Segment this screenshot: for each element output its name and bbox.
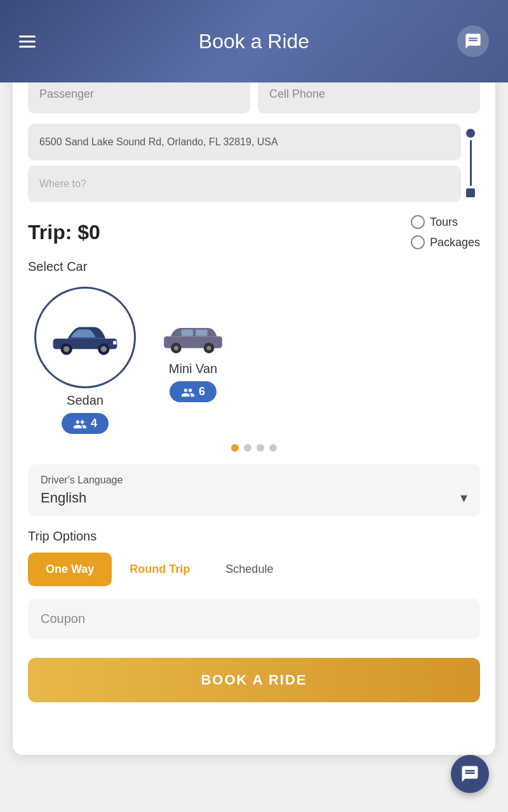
svg-point-12	[207, 346, 211, 350]
packages-radio[interactable]: Packages	[411, 235, 480, 249]
minivan-card[interactable]: Mini Van 6	[161, 318, 225, 402]
coupon-section[interactable]: Coupon	[28, 599, 480, 639]
trip-options-section: Trip Options One Way Round Trip Schedule	[28, 529, 480, 586]
location-inputs	[28, 124, 461, 202]
dot-3[interactable]	[257, 444, 264, 452]
coupon-label: Coupon	[41, 612, 85, 625]
sedan-circle	[34, 287, 136, 388]
sedan-name: Sedan	[67, 393, 104, 408]
minivan-passengers: 6	[170, 381, 217, 402]
header-chat-button[interactable]	[457, 25, 489, 57]
location-connector	[461, 124, 480, 202]
sedan-passengers: 4	[62, 413, 109, 434]
menu-icon[interactable]	[19, 36, 36, 48]
select-car-section: Select Car	[28, 259, 480, 452]
driver-language-label: Driver's Language	[41, 475, 467, 486]
pickup-input[interactable]	[28, 124, 461, 160]
tours-radio[interactable]: Tours	[411, 215, 458, 229]
packages-label: Packages	[430, 236, 480, 249]
packages-radio-circle	[411, 235, 425, 249]
page-title: Book a Ride	[199, 30, 309, 53]
dot-1[interactable]	[231, 444, 239, 452]
main-card: Trip: $0 Tours Packages Select Car	[13, 57, 495, 755]
header: Book a Ride	[0, 0, 508, 82]
one-way-button[interactable]: One Way	[28, 553, 112, 586]
driver-language-section[interactable]: Driver's Language English ▾	[28, 464, 480, 516]
destination-input[interactable]	[28, 166, 461, 202]
svg-point-2	[64, 346, 69, 352]
book-ride-button[interactable]: BOOK A RIDE	[28, 658, 480, 702]
schedule-button[interactable]: Schedule	[208, 553, 291, 586]
carousel-dots	[28, 444, 480, 452]
connector-line	[470, 140, 472, 186]
trip-price: Trip: $0	[28, 221, 100, 244]
float-chat-button[interactable]	[451, 755, 489, 793]
svg-rect-7	[182, 330, 193, 336]
dot-2[interactable]	[244, 444, 251, 452]
trip-options-title: Trip Options	[28, 529, 480, 544]
location-row	[28, 124, 480, 202]
svg-point-4	[101, 346, 107, 352]
destination-dot	[466, 188, 475, 197]
minivan-name: Mini Van	[169, 362, 217, 376]
trip-options-buttons: One Way Round Trip Schedule	[28, 553, 480, 586]
car-carousel: Sedan 4	[28, 287, 480, 434]
pickup-dot	[466, 129, 475, 138]
svg-rect-8	[196, 330, 207, 336]
driver-language-value: English	[41, 490, 86, 506]
trip-radio-group: Tours Packages	[411, 215, 480, 249]
tours-radio-circle	[411, 215, 425, 229]
trip-price-row: Trip: $0 Tours Packages	[28, 215, 480, 249]
chevron-down-icon: ▾	[460, 490, 467, 506]
tours-label: Tours	[430, 216, 458, 229]
select-car-title: Select Car	[28, 259, 480, 274]
sedan-card[interactable]: Sedan 4	[34, 287, 136, 434]
svg-point-10	[174, 346, 178, 350]
driver-language-select[interactable]: English ▾	[41, 490, 467, 506]
svg-rect-5	[113, 341, 117, 345]
dot-4[interactable]	[269, 444, 277, 452]
round-trip-button[interactable]: Round Trip	[112, 553, 208, 586]
